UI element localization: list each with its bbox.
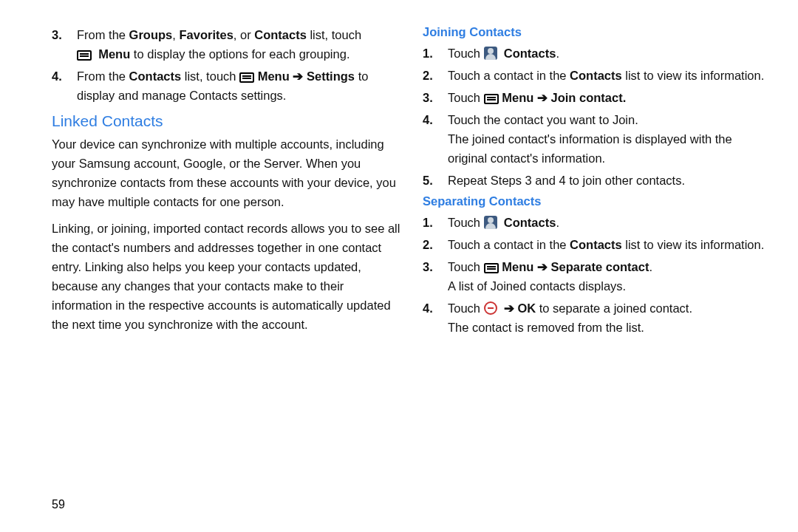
arrow-icon: ➔: [293, 69, 303, 83]
sep-step-3: 3. Touch Menu ➔ Separate contact. A list…: [423, 257, 771, 296]
text-bold: Settings: [307, 69, 355, 83]
text: Touch: [448, 260, 484, 273]
text-bold: Contacts: [129, 69, 182, 83]
text: to display the options for each grouping…: [130, 47, 349, 61]
text: Touch a contact in the: [448, 238, 570, 251]
text: Touch: [448, 91, 484, 104]
text: list, touch: [181, 69, 239, 83]
heading-joining-contacts: Joining Contacts: [423, 25, 771, 39]
joining-steps: 1. Touch Contacts. 2. Touch a contact in…: [423, 44, 771, 190]
menu-icon: [484, 263, 499, 273]
text-bold: Contacts: [254, 28, 307, 41]
step-body: From the Contacts list, touch Menu ➔ Set…: [77, 66, 400, 105]
step-3: 3. From the Groups, Favorites, or Contac…: [52, 25, 400, 64]
menu-icon: [77, 50, 92, 61]
text: From the: [77, 69, 129, 83]
text: .: [649, 260, 652, 273]
text-bold: Contacts: [570, 238, 622, 251]
step-body: Touch Contacts.: [448, 44, 771, 63]
step-number: 4.: [423, 110, 448, 129]
text-bold: Favorites: [179, 28, 233, 41]
heading-linked-contacts: Linked Contacts: [52, 112, 400, 130]
text-bold: Groups: [129, 28, 173, 41]
manual-page: 3. From the Groups, Favorites, or Contac…: [0, 0, 798, 349]
text-bold: Menu: [502, 260, 533, 273]
left-column: 3. From the Groups, Favorites, or Contac…: [52, 25, 400, 341]
step-number: 3.: [52, 25, 77, 44]
text-bold: Separate contact: [551, 260, 649, 273]
paragraph: Your device can synchronize with multipl…: [52, 134, 400, 211]
text: Touch: [448, 301, 484, 315]
arrow-icon: ➔: [537, 260, 548, 273]
step-body: Touch a contact in the Contacts list to …: [448, 66, 771, 85]
text-bold: OK: [517, 301, 536, 315]
text: list to view its information.: [622, 238, 765, 251]
text: The contact is removed from the list.: [448, 321, 644, 334]
step-number: 4.: [52, 66, 77, 86]
join-step-3: 3. Touch Menu ➔ Join contact.: [423, 88, 771, 107]
step-body: Touch Menu ➔ Separate contact. A list of…: [448, 257, 771, 296]
step-number: 5.: [423, 171, 448, 190]
step-body: Touch Menu ➔ Join contact.: [448, 88, 771, 107]
text: Touch a contact in the: [448, 69, 570, 82]
arrow-icon: ➔: [537, 91, 548, 104]
step-number: 1.: [423, 44, 448, 63]
text: The joined contact's information is disp…: [448, 132, 732, 165]
step-number: 3.: [423, 257, 448, 276]
contacts-icon: [484, 47, 497, 60]
text: Touch the contact you want to Join.: [448, 113, 638, 126]
step-body: Touch a contact in the Contacts list to …: [448, 235, 771, 254]
text: to separate a joined contact.: [536, 301, 692, 315]
text: .: [556, 216, 559, 229]
text: display and manage Contacts settings.: [77, 89, 286, 102]
paragraph: Linking, or joining, imported contact re…: [52, 219, 400, 334]
menu-icon: [239, 72, 254, 83]
remove-icon: [484, 301, 497, 315]
step-number: 4.: [423, 299, 448, 318]
step-number: 2.: [423, 66, 448, 85]
text: to: [355, 69, 368, 83]
text-bold: Contacts: [570, 69, 622, 82]
join-step-1: 1. Touch Contacts.: [423, 44, 771, 63]
text-bold: Menu: [98, 47, 130, 61]
text: .: [556, 47, 559, 60]
join-step-2: 2. Touch a contact in the Contacts list …: [423, 66, 771, 85]
separating-steps: 1. Touch Contacts. 2. Touch a contact in…: [423, 213, 771, 337]
text: From the: [77, 28, 129, 41]
page-number: 59: [52, 498, 65, 511]
step-body: Touch the contact you want to Join. The …: [448, 110, 771, 168]
accessing-steps: 3. From the Groups, Favorites, or Contac…: [52, 25, 400, 105]
join-step-4: 4. Touch the contact you want to Join. T…: [423, 110, 771, 168]
step-body: Touch Contacts.: [448, 213, 771, 232]
text-bold: Menu: [258, 69, 290, 83]
text: .: [623, 91, 627, 104]
step-body: From the Groups, Favorites, or Contacts …: [77, 25, 400, 64]
arrow-icon: ➔: [504, 301, 514, 315]
contacts-icon: [484, 216, 497, 229]
step-number: 3.: [423, 88, 448, 107]
right-column: Joining Contacts 1. Touch Contacts. 2. T…: [423, 25, 771, 341]
sep-step-4: 4. Touch ➔ OK to separate a joined conta…: [423, 299, 771, 337]
heading-separating-contacts: Separating Contacts: [423, 194, 771, 208]
step-body: Repeat Steps 3 and 4 to join other conta…: [448, 171, 771, 190]
text: Touch: [448, 216, 484, 229]
text: list to view its information.: [622, 69, 765, 82]
sep-step-1: 1. Touch Contacts.: [423, 213, 771, 232]
text: list, touch: [307, 28, 361, 41]
step-body: Touch ➔ OK to separate a joined contact.…: [448, 299, 771, 337]
step-number: 1.: [423, 213, 448, 232]
join-step-5: 5. Repeat Steps 3 and 4 to join other co…: [423, 171, 771, 190]
sep-step-2: 2. Touch a contact in the Contacts list …: [423, 235, 771, 254]
text: Touch: [448, 47, 484, 60]
step-number: 2.: [423, 235, 448, 254]
step-4: 4. From the Contacts list, touch Menu ➔ …: [52, 66, 400, 105]
text: , or: [233, 28, 254, 41]
text-bold: Contacts: [504, 216, 556, 229]
text-bold: Contacts: [504, 47, 556, 60]
text-bold: Menu: [502, 91, 533, 104]
menu-icon: [484, 94, 499, 104]
text-bold: Join contact: [551, 91, 623, 104]
text: A list of Joined contacts displays.: [448, 279, 626, 293]
